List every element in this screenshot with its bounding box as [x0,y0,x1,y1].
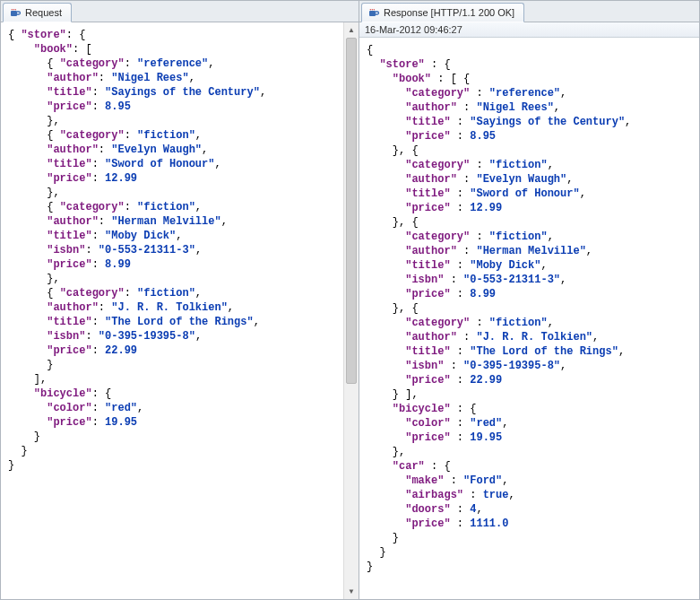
response-tab-label: Response [HTTP/1.1 200 OK] [384,7,514,18]
response-tab[interactable]: Response [HTTP/1.1 200 OK] [361,3,524,22]
response-body[interactable]: { "store" : { "book" : [ { "category" : … [359,38,699,599]
scroll-thumb[interactable] [346,38,357,384]
coffee-cup-icon [367,6,380,19]
split-container: Request { "store": { "book": [ { "catego… [0,0,700,600]
request-body[interactable]: { "store": { "book": [ { "category": "re… [1,22,359,599]
request-tab[interactable]: Request [3,3,72,22]
scroll-down-button[interactable]: ▼ [344,584,359,599]
response-timestamp: 16-Mar-2012 09:46:27 [359,22,699,38]
response-panel: Response [HTTP/1.1 200 OK] 16-Mar-2012 0… [359,0,700,600]
scroll-up-button[interactable]: ▲ [344,22,359,38]
request-tab-label: Request [25,7,62,18]
scrollbar-vertical[interactable]: ▲ ▼ [343,22,359,599]
coffee-cup-icon [9,6,22,19]
svg-rect-0 [11,11,17,16]
response-json-text: { "store" : { "book" : [ { "category" : … [367,43,692,574]
request-tab-bar: Request [1,1,359,22]
request-panel: Request { "store": { "book": [ { "catego… [0,0,359,600]
request-json-text: { "store": { "book": [ { "category": "re… [8,28,351,473]
response-tab-bar: Response [HTTP/1.1 200 OK] [359,1,699,22]
svg-rect-1 [369,11,376,16]
timestamp-text: 16-Mar-2012 09:46:27 [365,24,462,35]
